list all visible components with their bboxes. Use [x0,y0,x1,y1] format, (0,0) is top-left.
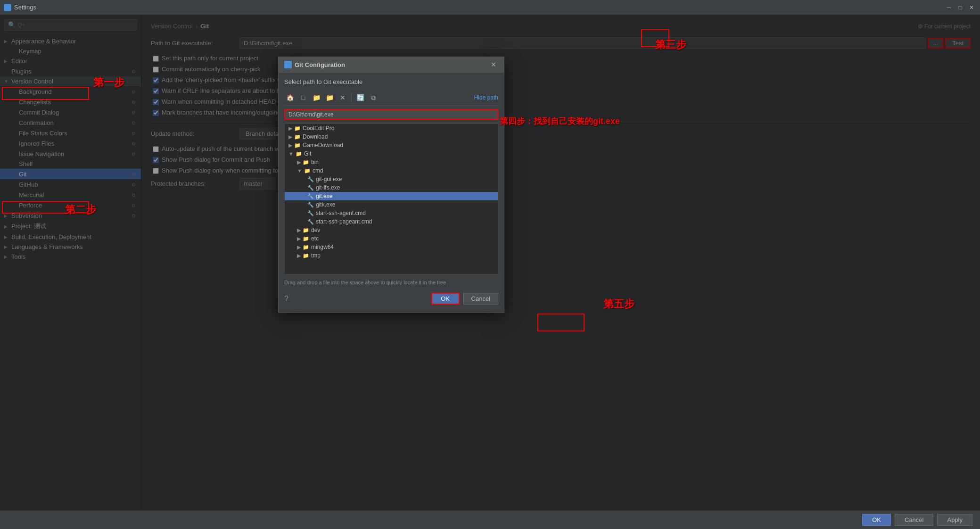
dialog-path-input[interactable] [284,109,498,120]
fb-copy-btn[interactable]: ⧉ [368,92,379,103]
title-bar: Settings ─ □ ✕ [0,0,980,15]
file-tree-item[interactable]: ▶📁 tmp [285,251,498,260]
file-tree-label: git-gui.exe [316,176,342,182]
file-tree-item[interactable]: ▶📁 CoolEdit Pro [285,124,498,132]
fb-delete-btn[interactable]: ✕ [337,92,348,103]
file-tree-item[interactable]: ▼📁 Git [285,149,498,158]
file-tree-arrow: ▶ [297,244,301,250]
file-tree-label: mingw64 [311,244,334,250]
git-configuration-dialog: Git Configuration ✕ Select path to Git e… [278,57,504,313]
title-bar-left: Settings [4,4,36,11]
folder-icon: 📁 [294,134,301,140]
file-tree-label: CoolEdit Pro [303,125,334,132]
file-tree-arrow: ▶ [288,134,292,140]
close-btn[interactable]: ✕ [967,3,976,12]
file-tree-label: tmp [311,252,321,259]
file-tree-item[interactable]: ▶📁 etc [285,234,498,243]
fb-desktop-btn[interactable]: □ [297,92,309,103]
dialog-title-bar: Git Configuration ✕ [279,57,504,73]
file-tree-label: Git [304,150,311,157]
file-tree-label: start-ssh-agent.cmd [316,210,366,216]
file-tree-arrow: ▶ [297,253,301,259]
app-icon [4,4,11,11]
file-tree-arrow: ▶ [297,159,301,165]
cancel-button[interactable]: Cancel [895,514,933,526]
dialog-close-button[interactable]: ✕ [489,60,498,69]
file-tree-label: start-ssh-pageant.cmd [316,218,372,225]
minimize-btn[interactable]: ─ [944,3,954,12]
file-tree-arrow: ▼ [297,168,302,174]
dialog-content: Select path to Git executable 🏠 □ 📁 📁 ✕ … [279,73,504,312]
file-tree-item[interactable]: ▶📁 bin [285,158,498,166]
help-icon[interactable]: ? [284,295,288,303]
dialog-cancel-button[interactable]: Cancel [463,293,498,305]
fb-home-btn[interactable]: 🏠 [284,92,296,103]
folder-icon: 📁 [294,125,301,132]
file-tree-label: bin [311,159,319,165]
file-tree-arrow: ▶ [288,142,292,149]
file-tree-label: dev [311,227,320,233]
dialog-icon [284,61,292,68]
dialog-subtitle: Select path to Git executable [284,78,498,85]
window-title: Settings [14,4,36,11]
file-tree-item[interactable]: 🔧 git.exe [285,192,498,200]
file-exe-icon: 🔧 [307,185,314,191]
dialog-ok-button[interactable]: OK [431,293,460,305]
file-tree-label: Download [303,133,328,140]
file-tree-item[interactable]: 🔧 git-lfs.exe [285,183,498,192]
file-tree-item[interactable]: ▶📁 GameDownload [285,141,498,149]
apply-button[interactable]: Apply [937,514,972,526]
file-tree-item[interactable]: ▶📁 mingw64 [285,243,498,251]
file-tree-arrow: ▶ [297,227,301,233]
file-tree-label: git.exe [316,193,332,199]
folder-icon: 📁 [303,244,309,250]
fb-separator [351,93,352,102]
folder-icon: 📁 [303,236,309,242]
fb-refresh-btn[interactable]: 🔄 [354,92,366,103]
file-tree-item[interactable]: 🔧 git-gui.exe [285,175,498,183]
folder-icon: 📁 [296,151,302,157]
folder-icon: 📁 [304,168,311,174]
file-exe-icon: 🔧 [307,219,314,225]
drag-hint: Drag and drop a file into the space abov… [284,276,498,288]
file-tree: ▶📁 CoolEdit Pro▶📁 Download▶📁 GameDownloa… [284,124,498,274]
file-tree-item[interactable]: 🔧 start-ssh-pageant.cmd [285,217,498,226]
file-tree-item[interactable]: ▼📁 cmd [285,166,498,175]
window-controls: ─ □ ✕ [944,3,976,12]
file-exe-icon: 🔧 [307,202,314,208]
file-exe-icon: 🔧 [307,176,314,182]
file-tree-label: cmd [313,167,323,174]
dialog-title-left: Git Configuration [284,61,345,68]
file-exe-icon: 🔧 [307,210,314,216]
file-browser-toolbar: 🏠 □ 📁 📁 ✕ 🔄 ⧉ Hide path [284,90,498,106]
fb-folder-btn[interactable]: 📁 [311,92,322,103]
file-tree-item[interactable]: 🔧 start-ssh-agent.cmd [285,209,498,217]
file-tree-item[interactable]: ▶📁 dev [285,226,498,234]
file-tree-label: gitk.exe [316,201,335,208]
file-tree-arrow: ▶ [288,125,292,132]
folder-icon: 📁 [294,142,301,149]
ok-button[interactable]: OK [862,514,891,526]
file-tree-item[interactable]: ▶📁 Download [285,132,498,141]
file-tree-arrow: ▶ [297,236,301,242]
bottom-bar: OK Cancel Apply [0,510,980,529]
file-exe-icon: 🔧 [307,193,314,199]
folder-icon: 📁 [303,159,309,165]
dialog-buttons: ? OK Cancel [284,288,498,306]
folder-icon: 📁 [303,253,309,259]
hide-path-link[interactable]: Hide path [474,94,498,101]
file-tree-label: etc [311,235,319,242]
folder-icon: 📁 [303,227,309,233]
maximize-btn[interactable]: □ [955,3,965,12]
file-tree-label: git-lfs.exe [316,184,340,191]
fb-new-folder-btn[interactable]: 📁 [324,92,335,103]
file-tree-arrow: ▼ [288,151,294,157]
dialog-title: Git Configuration [295,61,345,68]
file-tree-item[interactable]: 🔧 gitk.exe [285,200,498,209]
file-tree-label: GameDownload [303,142,343,149]
